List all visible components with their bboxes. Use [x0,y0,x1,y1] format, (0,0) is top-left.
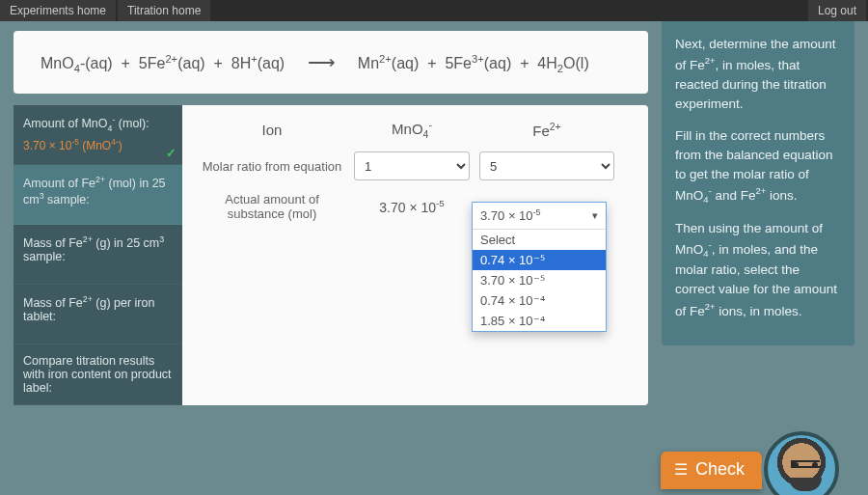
select-ratio-mno4[interactable]: 1 [354,151,470,180]
select-amount-fe-option[interactable]: 0.74 × 10⁻⁴ [473,290,606,311]
hint-paragraph: Then using the amount of MnO4-, in moles… [675,219,841,321]
row-label-amount: Actual amount of substance (mol) [200,192,344,221]
chevron-down-icon: ▾ [592,209,598,222]
select-amount-fe-display[interactable]: 3.70 × 10-5 ▾ [473,203,606,229]
col-header-mno4: MnO4- [354,119,470,140]
step-item[interactable]: Amount of Fe2+ (mol) in 25 cm3 sample: [14,165,182,225]
col-header-ion: Ion [200,122,344,138]
check-button[interactable]: ☰ Check [661,452,762,489]
hint-paragraph: Fill in the correct numbers from the bal… [675,126,841,207]
equation-text: MnO4-(aq) + 5Fe2+(aq) + 8H+(aq) ⟶ Mn2+(a… [41,50,589,74]
step-item[interactable]: Mass of Fe2+ (g) per iron tablet: [14,285,182,344]
nav-logout[interactable]: Log out [808,0,866,21]
nav-experiments-home[interactable]: Experiments home [0,0,116,21]
select-amount-fe-option[interactable]: 3.70 × 10⁻⁵ [473,270,606,290]
step-item[interactable]: Amount of MnO4- (mol):3.70 × 10-5 (MnO4-… [14,105,182,165]
select-amount-fe-option[interactable]: 0.74 × 10⁻⁵ [473,250,606,270]
select-amount-fe-option[interactable]: Select [473,230,606,250]
hint-panel: Next, determine the amount of Fe2+, in m… [662,21,854,345]
top-nav: Experiments home Titration home Log out [0,0,868,21]
nav-spacer [212,0,808,21]
step-list: Amount of MnO4- (mol):3.70 × 10-5 (MnO4-… [14,105,182,405]
list-icon: ☰ [674,460,688,479]
select-ratio-fe[interactable]: 5 [479,151,614,180]
hint-paragraph: Next, determine the amount of Fe2+, in m… [675,35,841,115]
row-label-ratio: Molar ratio from equation [200,159,344,174]
select-amount-fe-option[interactable]: 1.85 × 10⁻⁴ [473,311,606,331]
select-amount-fe-open[interactable]: 3.70 × 10-5 ▾ Select0.74 × 10⁻⁵3.70 × 10… [472,202,607,331]
step-item[interactable]: Mass of Fe2+ (g) in 25 cm3 sample: [14,225,182,285]
check-button-label: Check [695,459,745,480]
col-header-fe: Fe2+ [479,121,614,139]
balanced-equation: MnO4-(aq) + 5Fe2+(aq) + 8H+(aq) ⟶ Mn2+(a… [14,31,648,94]
amount-mno4-value: 3.70 × 10-5 [354,198,470,215]
workspace-panel: Ion MnO4- Fe2+ Molar ratio from equation… [182,105,648,405]
step-item[interactable]: Compare titration results with iron cont… [14,344,182,405]
nav-titration-home[interactable]: Titration home [118,0,210,21]
